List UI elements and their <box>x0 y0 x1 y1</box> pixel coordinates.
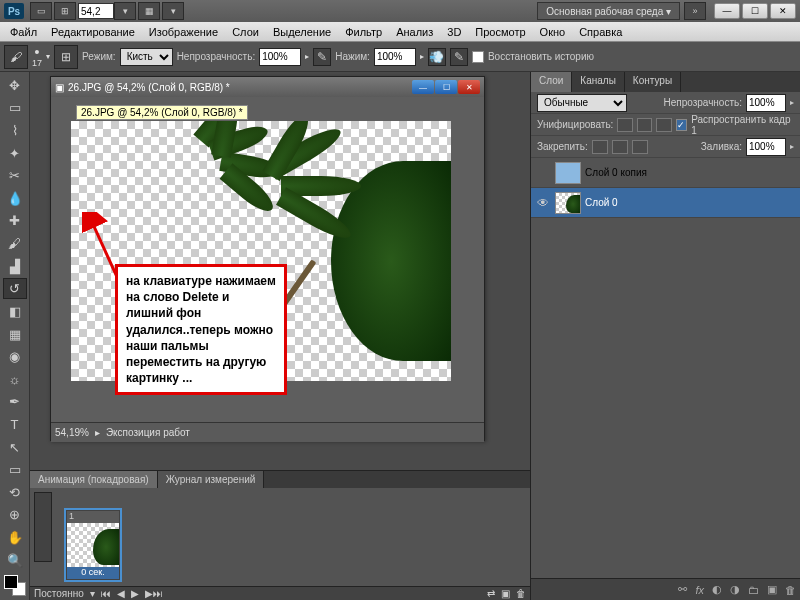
menu-filter[interactable]: Фильтр <box>339 24 388 40</box>
mask-icon[interactable]: ◐ <box>712 583 722 596</box>
3d-camera-tool[interactable]: ⊕ <box>3 505 27 526</box>
anim-play-icon[interactable]: ▶ <box>131 588 139 599</box>
pressure-opacity-icon[interactable]: ✎ <box>313 48 331 66</box>
eraser-tool[interactable]: ◧ <box>3 301 27 322</box>
dodge-tool[interactable]: ☼ <box>3 369 27 390</box>
doc-minimize-button[interactable]: — <box>412 80 434 94</box>
gradient-tool[interactable]: ▦ <box>3 324 27 345</box>
restore-history-checkbox[interactable] <box>472 51 484 63</box>
layer-row-0[interactable]: 👁 Слой 0 <box>531 188 800 218</box>
flow-input[interactable] <box>374 48 416 66</box>
brush-panel-icon[interactable]: ⊞ <box>54 45 78 69</box>
unify-position-icon[interactable] <box>617 118 632 132</box>
anim-prev-icon[interactable]: ◀ <box>117 588 125 599</box>
tab-layers[interactable]: Слои <box>531 72 572 92</box>
3d-tool[interactable]: ⟲ <box>3 482 27 503</box>
new-layer-icon[interactable]: ▣ <box>767 583 777 596</box>
unify-visibility-icon[interactable] <box>637 118 652 132</box>
titlebar-tool-3[interactable]: ▾ <box>114 2 136 20</box>
marquee-tool[interactable]: ▭ <box>3 98 27 119</box>
tab-measurement-log[interactable]: Журнал измерений <box>158 471 265 488</box>
type-tool[interactable]: T <box>3 414 27 435</box>
anim-frame-1[interactable]: 1 0 сек. <box>64 508 122 582</box>
status-zoom[interactable]: 54,19% <box>55 427 89 438</box>
pen-tool[interactable]: ✒ <box>3 392 27 413</box>
shape-tool[interactable]: ▭ <box>3 459 27 480</box>
tab-animation[interactable]: Анимация (покадровая) <box>30 471 158 488</box>
menu-edit[interactable]: Редактирование <box>45 24 141 40</box>
group-icon[interactable]: 🗀 <box>748 584 759 596</box>
brush-size[interactable]: 17 <box>32 59 42 68</box>
titlebar-tool-4[interactable]: ▦ <box>138 2 160 20</box>
eyedropper-tool[interactable]: 💧 <box>3 188 27 209</box>
pressure-size-icon[interactable]: ✎ <box>450 48 468 66</box>
wand-tool[interactable]: ✦ <box>3 143 27 164</box>
lock-position-icon[interactable] <box>612 140 628 154</box>
history-brush-tool[interactable]: ↺ <box>3 278 27 299</box>
layer-row-copy[interactable]: Слой 0 копия <box>531 158 800 188</box>
menu-3d[interactable]: 3D <box>441 24 467 40</box>
move-tool[interactable]: ✥ <box>3 75 27 96</box>
layer-opacity-input[interactable] <box>746 94 786 112</box>
menu-file[interactable]: Файл <box>4 24 43 40</box>
tab-channels[interactable]: Каналы <box>572 72 625 92</box>
fx-icon[interactable]: fx <box>695 584 704 596</box>
adjustment-icon[interactable]: ◑ <box>730 583 740 596</box>
lock-pixels-icon[interactable] <box>592 140 608 154</box>
lasso-tool[interactable]: ⌇ <box>3 120 27 141</box>
visibility-toggle[interactable] <box>535 165 551 181</box>
anim-first-icon[interactable]: ⏮ <box>101 588 111 599</box>
fill-input[interactable] <box>746 138 786 156</box>
anim-side-controls[interactable] <box>34 492 52 562</box>
titlebar-tool-2[interactable]: ⊞ <box>54 2 76 20</box>
zoom-tool[interactable]: 🔍 <box>3 550 27 571</box>
path-tool[interactable]: ↖ <box>3 437 27 458</box>
titlebar-tool-1[interactable]: ▭ <box>30 2 52 20</box>
hand-tool[interactable]: ✋ <box>3 527 27 548</box>
unify-style-icon[interactable] <box>656 118 671 132</box>
tab-paths[interactable]: Контуры <box>625 72 681 92</box>
mode-select[interactable]: Кисть <box>120 48 173 66</box>
brush-tool[interactable]: 🖌 <box>3 233 27 254</box>
menu-window[interactable]: Окно <box>534 24 572 40</box>
airbrush-icon[interactable]: 💨 <box>428 48 446 66</box>
link-layers-icon[interactable]: ⚯ <box>678 583 687 596</box>
heal-tool[interactable]: ✚ <box>3 211 27 232</box>
menu-layers[interactable]: Слои <box>226 24 265 40</box>
menu-help[interactable]: Справка <box>573 24 628 40</box>
ps-logo: Ps <box>4 3 24 19</box>
anim-delete-icon[interactable]: 🗑 <box>516 588 526 599</box>
expand-panels-icon[interactable]: » <box>684 2 706 20</box>
titlebar-tool-5[interactable]: ▾ <box>162 2 184 20</box>
workspace-dropdown[interactable]: Основная рабочая среда ▾ <box>537 2 680 20</box>
anim-next-icon[interactable]: ▶⏭ <box>145 588 163 599</box>
document-titlebar[interactable]: ▣ 26.JPG @ 54,2% (Слой 0, RGB/8) * — ☐ ✕ <box>51 77 484 97</box>
menu-image[interactable]: Изображение <box>143 24 224 40</box>
stamp-tool[interactable]: ▟ <box>3 256 27 277</box>
blend-mode-select[interactable]: Обычные <box>537 94 627 112</box>
anim-tween-icon[interactable]: ⇄ <box>487 588 495 599</box>
propagate-checkbox[interactable]: ✓ <box>676 119 688 131</box>
doc-close-button[interactable]: ✕ <box>458 80 480 94</box>
maximize-button[interactable]: ☐ <box>742 3 768 19</box>
minimize-button[interactable]: — <box>714 3 740 19</box>
close-button[interactable]: ✕ <box>770 3 796 19</box>
opacity-input[interactable] <box>259 48 301 66</box>
tool-preset-icon[interactable]: 🖌 <box>4 45 28 69</box>
color-swatches[interactable] <box>4 575 26 595</box>
loop-selector[interactable]: Постоянно <box>34 588 84 599</box>
zoom-input[interactable] <box>78 3 114 19</box>
delete-layer-icon[interactable]: 🗑 <box>785 584 796 596</box>
frame-duration[interactable]: 0 сек. <box>67 567 119 579</box>
crop-tool[interactable]: ✂ <box>3 165 27 186</box>
visibility-toggle[interactable]: 👁 <box>535 195 551 211</box>
doc-maximize-button[interactable]: ☐ <box>435 80 457 94</box>
anim-new-frame-icon[interactable]: ▣ <box>501 588 510 599</box>
menu-analysis[interactable]: Анализ <box>390 24 439 40</box>
frame-thumb <box>67 523 119 567</box>
lock-all-icon[interactable] <box>632 140 648 154</box>
menu-select[interactable]: Выделение <box>267 24 337 40</box>
menu-view[interactable]: Просмотр <box>469 24 531 40</box>
status-text: Экспозиция работ <box>106 427 190 438</box>
blur-tool[interactable]: ◉ <box>3 346 27 367</box>
